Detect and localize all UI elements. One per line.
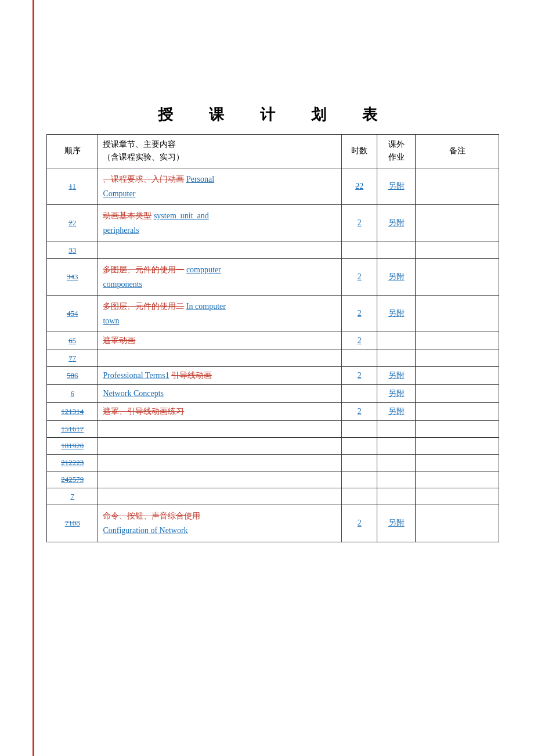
seq-cell: 6 bbox=[47, 385, 98, 403]
content-cell bbox=[98, 242, 342, 258]
header-content: 授课章节、主要内容（含课程实验、实习） bbox=[98, 135, 342, 168]
notes-cell bbox=[416, 385, 499, 403]
notes-cell bbox=[416, 242, 499, 258]
notes-cell bbox=[416, 488, 499, 505]
notes-cell bbox=[416, 295, 499, 332]
seq-cell: 11 bbox=[47, 168, 98, 204]
header-seq: 顺序 bbox=[47, 135, 98, 168]
hours-cell: 2 bbox=[342, 505, 377, 542]
hw-cell: 另附 bbox=[377, 295, 416, 332]
table-row: 242579 bbox=[47, 471, 499, 488]
notes-cell bbox=[416, 438, 499, 455]
hw-cell bbox=[377, 350, 416, 367]
hours-cell bbox=[342, 455, 377, 471]
table-row: 11 、课程要求、入门动画 Personal Computer 22 另附 bbox=[47, 168, 499, 204]
content-cell: 命令、按钮、声音综合使用 Configuration of Network bbox=[98, 505, 342, 542]
content-cell: 遮罩动画 bbox=[98, 332, 342, 350]
hw-cell: 另附 bbox=[377, 403, 416, 421]
content-cell: 遮罩、引导线动画练习 bbox=[98, 403, 342, 421]
content-cell bbox=[98, 471, 342, 488]
hw-cell bbox=[377, 332, 416, 350]
content-cell bbox=[98, 438, 342, 455]
seq-cell: 181920 bbox=[47, 438, 98, 455]
hours-cell bbox=[342, 385, 377, 403]
hw-cell: 另附 bbox=[377, 367, 416, 385]
hours-cell: 2 bbox=[342, 403, 377, 421]
notes-cell bbox=[416, 367, 499, 385]
table-row: 181920 bbox=[47, 438, 499, 455]
hours-cell: 2 bbox=[342, 295, 377, 332]
content-cell: 多图层、元件的使用一 compputer components bbox=[98, 258, 342, 295]
content-cell bbox=[98, 455, 342, 471]
table-row: 586 Professional Terms1 引导线动画 2 另附 bbox=[47, 367, 499, 385]
hours-cell bbox=[342, 438, 377, 455]
table-header-row: 顺序 授课章节、主要内容（含课程实验、实习） 时数 课外作业 备注 bbox=[47, 135, 499, 168]
notes-cell bbox=[416, 421, 499, 438]
seq-cell: 22 bbox=[47, 205, 98, 242]
content-cell bbox=[98, 421, 342, 438]
notes-cell bbox=[416, 471, 499, 488]
header-hours: 时数 bbox=[342, 135, 377, 168]
seq-cell: 121314 bbox=[47, 403, 98, 421]
seq-cell: 65 bbox=[47, 332, 98, 350]
hours-cell bbox=[342, 242, 377, 258]
content-cell: 、课程要求、入门动画 Personal Computer bbox=[98, 168, 342, 204]
content-cell bbox=[98, 350, 342, 367]
hw-cell bbox=[377, 455, 416, 471]
hours-cell bbox=[342, 421, 377, 438]
notes-cell bbox=[416, 332, 499, 350]
seq-cell: 77 bbox=[47, 350, 98, 367]
notes-cell bbox=[416, 455, 499, 471]
table-row: 454 多图层、元件的使用二 In computer town 2 另附 bbox=[47, 295, 499, 332]
content-cell: 动画基本类型 system_unit_and peripherals bbox=[98, 205, 342, 242]
hw-cell: 另附 bbox=[377, 505, 416, 542]
header-hw: 课外作业 bbox=[377, 135, 416, 168]
seq-cell: 242579 bbox=[47, 471, 98, 488]
table-row: 151617 bbox=[47, 421, 499, 438]
seq-cell: 33 bbox=[47, 242, 98, 258]
hw-cell bbox=[377, 242, 416, 258]
hours-cell: 2 bbox=[342, 205, 377, 242]
hw-cell bbox=[377, 471, 416, 488]
hours-cell: 22 bbox=[342, 168, 377, 204]
hw-cell: 另附 bbox=[377, 168, 416, 204]
notes-cell bbox=[416, 350, 499, 367]
table-row: 121314 遮罩、引导线动画练习 2 另附 bbox=[47, 403, 499, 421]
table-row: 22 动画基本类型 system_unit_and peripherals 2 … bbox=[47, 205, 499, 242]
notes-cell bbox=[416, 403, 499, 421]
table-row: 7108 命令、按钮、声音综合使用 Configuration of Netwo… bbox=[47, 505, 499, 542]
table-row: 7 bbox=[47, 488, 499, 505]
hours-cell bbox=[342, 350, 377, 367]
table-row: 6 Network Concepts 另附 bbox=[47, 385, 499, 403]
page-title: 授 课 计 划 表 bbox=[46, 105, 499, 125]
notes-cell bbox=[416, 505, 499, 542]
hw-cell bbox=[377, 488, 416, 505]
seq-cell: 7 bbox=[47, 488, 98, 505]
hw-cell: 另附 bbox=[377, 205, 416, 242]
left-border-decoration bbox=[33, 0, 34, 756]
hours-cell: 2 bbox=[342, 258, 377, 295]
content-cell: 多图层、元件的使用二 In computer town bbox=[98, 295, 342, 332]
table-row: 77 bbox=[47, 350, 499, 367]
hw-cell: 另附 bbox=[377, 385, 416, 403]
hours-cell bbox=[342, 471, 377, 488]
content-cell bbox=[98, 488, 342, 505]
seq-cell: 212223 bbox=[47, 455, 98, 471]
table-row: 65 遮罩动画 2 bbox=[47, 332, 499, 350]
notes-cell bbox=[416, 168, 499, 204]
table-row: 343 多图层、元件的使用一 compputer components 2 另附 bbox=[47, 258, 499, 295]
hours-cell bbox=[342, 488, 377, 505]
table-row: 33 bbox=[47, 242, 499, 258]
seq-cell: 586 bbox=[47, 367, 98, 385]
content-cell: Professional Terms1 引导线动画 bbox=[98, 367, 342, 385]
notes-cell bbox=[416, 258, 499, 295]
header-notes: 备注 bbox=[416, 135, 499, 168]
hours-cell: 2 bbox=[342, 332, 377, 350]
hw-cell bbox=[377, 438, 416, 455]
seq-cell: 454 bbox=[47, 295, 98, 332]
content-cell: Network Concepts bbox=[98, 385, 342, 403]
seq-cell: 7108 bbox=[47, 505, 98, 542]
table-row: 212223 bbox=[47, 455, 499, 471]
schedule-table: 顺序 授课章节、主要内容（含课程实验、实习） 时数 课外作业 备注 11 、课程… bbox=[46, 134, 499, 542]
hours-cell: 2 bbox=[342, 367, 377, 385]
